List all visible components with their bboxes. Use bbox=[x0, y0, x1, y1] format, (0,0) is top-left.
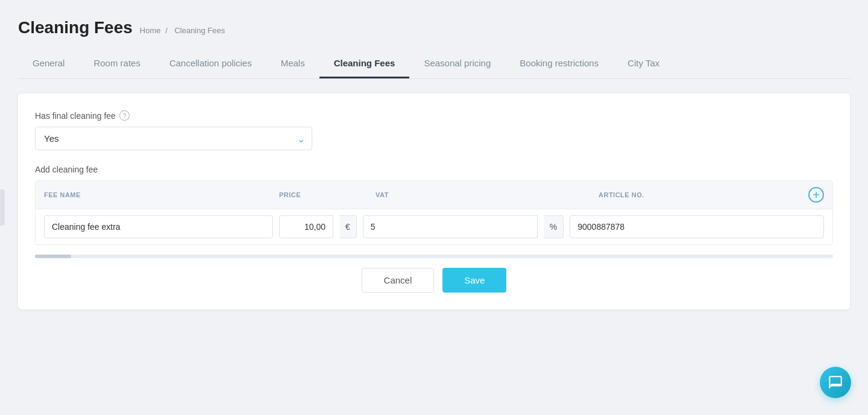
tabs-nav: General Room rates Cancellation policies… bbox=[18, 49, 850, 79]
save-button[interactable]: Save bbox=[442, 268, 506, 293]
has-final-cleaning-fee-select[interactable]: Yes No bbox=[35, 127, 312, 150]
horizontal-scrollbar[interactable] bbox=[35, 255, 833, 258]
help-icon[interactable]: ? bbox=[119, 110, 130, 121]
tab-cancellation-policies[interactable]: Cancellation policies bbox=[155, 49, 266, 78]
currency-label: € bbox=[339, 215, 357, 238]
scrollbar-thumb bbox=[35, 255, 71, 258]
th-fee-name: FEE NAME bbox=[44, 191, 279, 198]
has-final-cleaning-fee-wrapper: Yes No ⌄ bbox=[35, 127, 312, 150]
form-actions: Cancel Save bbox=[35, 268, 833, 293]
breadcrumb: Home / Cleaning Fees bbox=[140, 26, 227, 35]
tab-room-rates[interactable]: Room rates bbox=[79, 49, 155, 78]
chat-fab-button[interactable] bbox=[820, 367, 851, 398]
th-article-no: ARTICLE NO. bbox=[599, 191, 808, 198]
price-input[interactable] bbox=[279, 215, 333, 238]
table-row: € % bbox=[36, 209, 832, 244]
tab-city-tax[interactable]: City Tax bbox=[613, 49, 674, 78]
add-fee-button[interactable]: + bbox=[808, 187, 824, 203]
main-card: Has final cleaning fee ? Yes No ⌄ Add cl… bbox=[18, 93, 850, 309]
page-header: Cleaning Fees Home / Cleaning Fees bbox=[18, 18, 850, 37]
fee-name-input[interactable] bbox=[44, 215, 273, 238]
tab-general[interactable]: General bbox=[18, 49, 79, 78]
chat-icon bbox=[828, 375, 843, 390]
vat-input[interactable] bbox=[363, 215, 538, 238]
table-header: FEE NAME PRICE VAT ARTICLE NO. + bbox=[36, 181, 832, 209]
th-vat: VAT bbox=[376, 191, 599, 198]
th-price: PRICE bbox=[279, 191, 376, 198]
add-cleaning-fee-label: Add cleaning fee bbox=[35, 165, 833, 174]
tab-cleaning-fees[interactable]: Cleaning Fees bbox=[319, 49, 410, 78]
article-no-input[interactable] bbox=[570, 215, 824, 238]
tab-booking-restrictions[interactable]: Booking restrictions bbox=[505, 49, 613, 78]
has-final-cleaning-fee-label: Has final cleaning fee ? bbox=[35, 110, 833, 121]
percent-label: % bbox=[544, 215, 564, 238]
breadcrumb-separator: / bbox=[165, 26, 168, 35]
tab-meals[interactable]: Meals bbox=[266, 49, 319, 78]
page-title: Cleaning Fees bbox=[18, 18, 133, 37]
tab-seasonal-pricing[interactable]: Seasonal pricing bbox=[409, 49, 505, 78]
side-handle[interactable] bbox=[0, 189, 5, 226]
cleaning-fees-table: FEE NAME PRICE VAT ARTICLE NO. + € % bbox=[35, 180, 833, 245]
breadcrumb-home[interactable]: Home bbox=[140, 26, 161, 35]
breadcrumb-current: Cleaning Fees bbox=[174, 26, 225, 35]
cancel-button[interactable]: Cancel bbox=[362, 268, 435, 293]
